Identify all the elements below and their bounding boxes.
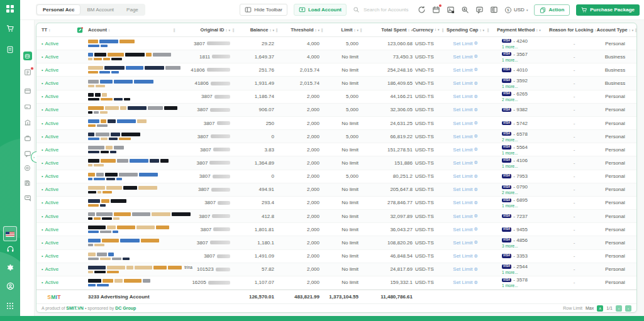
more-cards-link[interactable]: 2 more... bbox=[502, 97, 518, 102]
calendar-icon[interactable] bbox=[432, 6, 440, 14]
table-row[interactable]: •Active3807412.82,000No limit32,097.89US… bbox=[36, 210, 636, 223]
sort-icon[interactable]: ↕ bbox=[48, 28, 50, 32]
sidebar-item-feedback[interactable] bbox=[20, 194, 35, 202]
set-limit-link[interactable]: Set Limit⚙ bbox=[445, 253, 486, 259]
sidebar-item-personal-account[interactable] bbox=[20, 52, 35, 60]
table-row[interactable]: •Active38071,491.092,000No limit46,848.5… bbox=[36, 250, 636, 263]
select-edit-icon[interactable] bbox=[72, 27, 88, 33]
table-row[interactable]: •Active3807906.072,0005,00032,306.05USD-… bbox=[36, 104, 636, 117]
zoom-in-icon[interactable] bbox=[461, 6, 469, 14]
sort-icon[interactable]: ↕ bbox=[536, 28, 538, 32]
set-limit-link[interactable]: Set Limit⚙ bbox=[445, 200, 486, 205]
filter-icon[interactable]: ▾ bbox=[632, 28, 634, 32]
action-button[interactable]: Action bbox=[534, 4, 570, 16]
column-header-balance[interactable]: Balance↕▾ bbox=[236, 27, 274, 33]
set-limit-link[interactable]: Set Limit⚙ bbox=[445, 80, 486, 86]
row-limit-dropdown-button[interactable]: ∧ bbox=[597, 305, 603, 312]
export-image-icon[interactable] bbox=[447, 6, 455, 14]
sidebar-item-save[interactable] bbox=[20, 180, 35, 187]
set-limit-link[interactable]: Set Limit⚙ bbox=[445, 94, 486, 99]
smit-link[interactable]: SMIT.VN bbox=[66, 306, 84, 310]
set-limit-link[interactable]: Set Limit⚙ bbox=[445, 134, 486, 139]
currency-selector[interactable]: $ USD ▾ bbox=[504, 6, 528, 14]
sort-icon[interactable]: ↕ bbox=[353, 28, 355, 32]
dashboard-grid-icon[interactable] bbox=[0, 4, 20, 13]
set-limit-link[interactable]: Set Limit⚙ bbox=[445, 280, 486, 285]
table-row[interactable]: •Active162051,107.072,000No limit159,332… bbox=[36, 276, 636, 290]
sidebar-item-settings[interactable] bbox=[20, 165, 35, 171]
set-limit-link[interactable]: Set Limit⚙ bbox=[445, 121, 486, 126]
table-row[interactable]: •Active380702,0005,00066,819.22USD-TSSet… bbox=[36, 130, 636, 143]
set-limit-link[interactable]: Set Limit⚙ bbox=[445, 67, 486, 73]
column-header-currency[interactable]: Currency↕▾ bbox=[413, 28, 440, 33]
filter-icon[interactable]: ▾ bbox=[482, 28, 484, 32]
set-limit-link[interactable]: Set Limit⚙ bbox=[445, 41, 486, 46]
dc-group-link[interactable]: DC Group bbox=[115, 306, 136, 310]
more-cards-link[interactable]: 2 more... bbox=[502, 138, 518, 142]
column-header-account-type[interactable]: Account Type↕▾ bbox=[596, 27, 634, 33]
column-header-reason-for-locking[interactable]: Reason for Locking↕▾ bbox=[552, 27, 596, 33]
comment-icon[interactable] bbox=[475, 6, 484, 14]
set-limit-link[interactable]: Set Limit⚙ bbox=[445, 266, 486, 272]
next-page-button[interactable]: › bbox=[625, 305, 631, 312]
more-cards-link[interactable]: 1 more... bbox=[502, 164, 518, 168]
more-cards-link[interactable]: 3 more... bbox=[502, 244, 518, 248]
filter-icon[interactable]: ▾ bbox=[539, 28, 541, 32]
more-cards-link[interactable]: 1 more... bbox=[502, 204, 518, 208]
sort-icon[interactable]: ↕ bbox=[435, 28, 436, 31]
sidebar-item-briefcase[interactable] bbox=[20, 134, 35, 142]
filter-icon[interactable]: ▾ bbox=[438, 28, 440, 31]
hide-toolbar-button[interactable]: Hide Toolbar bbox=[240, 4, 287, 16]
table-row[interactable]: •Active41806251.762,015.74No limit254,24… bbox=[36, 63, 636, 77]
sidebar-item-page[interactable] bbox=[20, 87, 35, 95]
column-header-account[interactable]: Account↕ bbox=[88, 27, 171, 33]
columns-layout-icon[interactable] bbox=[490, 6, 498, 14]
apps-grid-icon[interactable] bbox=[0, 302, 20, 310]
table-row[interactable]: •Active38072502,000No limit24,631.25USD-… bbox=[36, 117, 636, 130]
purchase-package-button[interactable]: Purchase Package bbox=[576, 4, 640, 16]
table-row[interactable]: •Active38071,364.892,000No limit151,886U… bbox=[36, 156, 636, 170]
sidebar-item-bm-account[interactable] bbox=[20, 68, 35, 76]
refresh-icon[interactable] bbox=[418, 6, 426, 14]
search-input[interactable] bbox=[362, 6, 411, 13]
set-limit-link[interactable]: Set Limit⚙ bbox=[445, 147, 486, 153]
table-row[interactable]: •Active380729.224,0005,000123,060.68USD-… bbox=[36, 37, 636, 50]
set-limit-link[interactable]: Set Limit⚙ bbox=[445, 160, 486, 166]
tab-bm-account[interactable]: BM Account bbox=[81, 5, 119, 14]
table-row[interactable]: •Active18111,649.374,000No limit73,450.3… bbox=[36, 50, 636, 63]
set-limit-link[interactable]: Set Limit⚙ bbox=[445, 187, 486, 192]
column-header-spending-cap[interactable]: Spending Cap↕▾ bbox=[445, 27, 486, 33]
language-flag-icon[interactable] bbox=[0, 226, 20, 241]
support-headphones-icon[interactable] bbox=[0, 245, 20, 253]
set-limit-link[interactable]: Set Limit⚙ bbox=[445, 240, 486, 246]
table-row[interactable]: •Active3807293.42,000No limit278,846.77U… bbox=[36, 197, 636, 210]
column-header-original-id[interactable]: Original ID↕▾ bbox=[177, 27, 230, 33]
more-cards-link[interactable]: 1 more... bbox=[502, 151, 518, 155]
table-row[interactable]: •Active38071,801.812,000No limit36,043.2… bbox=[36, 223, 636, 236]
sort-icon[interactable]: ↕ bbox=[314, 28, 316, 32]
sort-icon[interactable]: ↕ bbox=[108, 28, 110, 32]
more-cards-link[interactable]: 1 more... bbox=[502, 84, 518, 89]
cart-icon[interactable] bbox=[0, 24, 20, 33]
table-row[interactable]: •Active380702,0005,00080,251.2USD-TSSet … bbox=[36, 170, 636, 183]
sidebar-item-bank[interactable] bbox=[20, 119, 35, 126]
tab-page[interactable]: Page bbox=[121, 5, 144, 14]
table-row[interactable]: •Active38071,180.12,000No limit108,820.2… bbox=[36, 236, 636, 249]
sidebar-item-cards[interactable] bbox=[20, 103, 35, 111]
set-limit-link[interactable]: Set Limit⚙ bbox=[445, 227, 486, 232]
more-cards-link[interactable]: 2 more... bbox=[502, 190, 518, 195]
set-limit-link[interactable]: Set Limit⚙ bbox=[445, 214, 486, 219]
more-cards-link[interactable]: 1 more... bbox=[502, 58, 518, 62]
sort-icon[interactable]: ↕ bbox=[269, 28, 271, 32]
settings-gear-icon[interactable] bbox=[0, 264, 20, 272]
more-cards-link[interactable]: 1 more... bbox=[502, 45, 518, 49]
more-cards-link[interactable]: 1 more... bbox=[502, 270, 518, 275]
set-limit-link[interactable]: Set Limit⚙ bbox=[445, 107, 486, 112]
table-row[interactable]: •Active418061,931.492,015.74No limit186,… bbox=[36, 77, 636, 90]
set-limit-link[interactable]: Set Limit⚙ bbox=[445, 173, 486, 179]
column-header-payment-method[interactable]: Payment Method↕▾ bbox=[491, 27, 547, 33]
tab-personal-acc[interactable]: Personal Acc bbox=[37, 5, 80, 14]
column-header-threshold[interactable]: Threshold↕▾ bbox=[279, 27, 319, 33]
table-row[interactable]: •Active38073.832,000No limit151,278.51US… bbox=[36, 143, 636, 156]
sort-icon[interactable]: ↕ bbox=[629, 28, 631, 32]
